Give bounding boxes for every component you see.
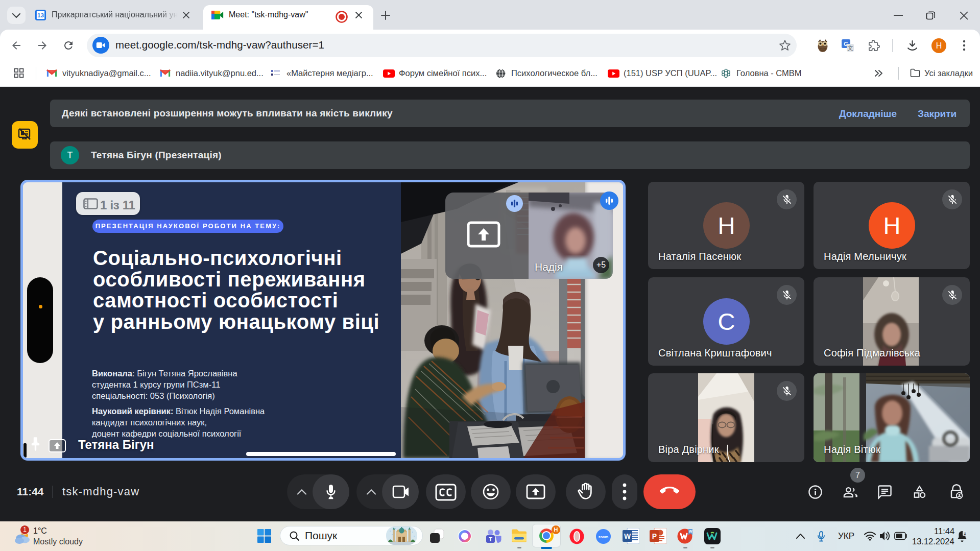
svg-text:zoom: zoom	[599, 535, 609, 539]
svg-text:W: W	[624, 532, 631, 540]
svg-text:13: 13	[37, 12, 44, 18]
svg-text:P: P	[652, 532, 657, 540]
svg-text:W: W	[689, 530, 692, 533]
svg-text:T: T	[489, 536, 492, 542]
svg-text:z: z	[964, 531, 966, 536]
svg-text:文: 文	[847, 45, 853, 51]
